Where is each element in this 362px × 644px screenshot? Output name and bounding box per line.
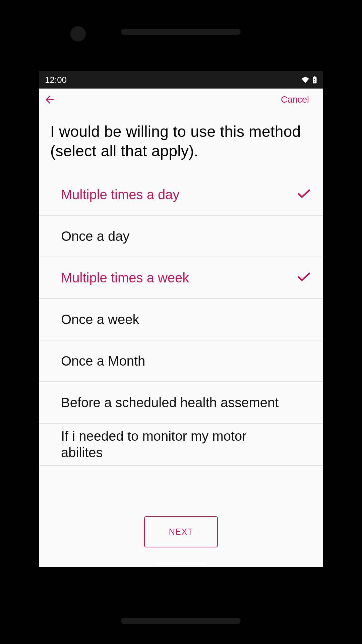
- speaker-top: [121, 29, 241, 35]
- svg-rect-1: [314, 76, 315, 77]
- status-bar: 12:00: [39, 71, 323, 89]
- next-button[interactable]: NEXT: [144, 516, 218, 547]
- option-label: Once a Month: [61, 353, 145, 369]
- cancel-button[interactable]: Cancel: [281, 95, 317, 105]
- option-label: If i needed to monitor my motor abilites: [61, 428, 291, 461]
- option-label: Multiple times a week: [61, 270, 189, 286]
- option-item[interactable]: Multiple times a week: [39, 257, 323, 299]
- app-header: Cancel: [39, 91, 323, 109]
- option-list: Multiple times a dayOnce a dayMultiple t…: [39, 174, 323, 466]
- nav-indicator: [156, 562, 206, 564]
- wifi-icon: [301, 76, 310, 83]
- option-item[interactable]: Once a week: [39, 299, 323, 340]
- check-icon: [298, 272, 310, 283]
- option-item[interactable]: Once a Month: [39, 340, 323, 382]
- option-item[interactable]: Once a day: [39, 216, 323, 257]
- check-icon: [298, 189, 310, 200]
- status-icons: [301, 76, 317, 84]
- camera-dot: [70, 26, 86, 42]
- option-label: Before a scheduled health assement: [61, 394, 279, 411]
- option-item[interactable]: If i needed to monitor my motor abilites: [39, 424, 323, 466]
- option-item[interactable]: Multiple times a day: [39, 174, 323, 216]
- phone-screen: 12:00 Cancel I would be willing: [39, 71, 323, 567]
- back-arrow-icon[interactable]: [43, 93, 56, 106]
- option-label: Once a day: [61, 228, 130, 245]
- option-label: Multiple times a day: [61, 186, 179, 203]
- question-title: I would be willing to use this method (s…: [39, 109, 323, 174]
- status-time: 12:00: [45, 75, 67, 85]
- option-label: Once a week: [61, 311, 139, 328]
- speaker-bottom: [121, 618, 241, 624]
- button-area: NEXT: [39, 506, 323, 557]
- option-item[interactable]: Before a scheduled health assement: [39, 382, 323, 424]
- battery-icon: [312, 76, 317, 84]
